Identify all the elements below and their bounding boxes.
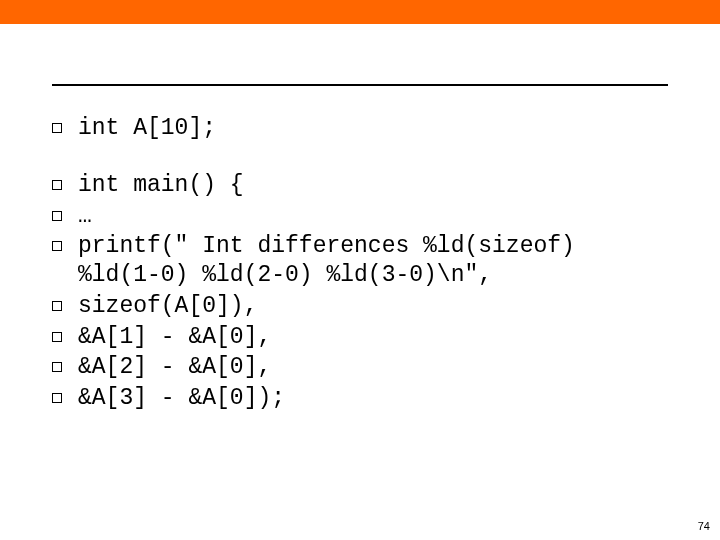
bullet-icon bbox=[52, 123, 62, 133]
list-item: &A[1] - &A[0], bbox=[52, 323, 668, 352]
code-line: printf(" Int differences %ld(sizeof) %ld… bbox=[78, 232, 668, 290]
list-item: int main() { bbox=[52, 171, 668, 200]
code-line: int A[10]; bbox=[78, 114, 216, 143]
divider-line bbox=[52, 84, 668, 86]
code-line: sizeof(A[0]), bbox=[78, 292, 257, 321]
slide-content: int A[10]; int main() { … printf(" Int d… bbox=[0, 24, 720, 413]
code-line: int main() { bbox=[78, 171, 244, 200]
code-line: &A[3] - &A[0]); bbox=[78, 384, 285, 413]
list-item: sizeof(A[0]), bbox=[52, 292, 668, 321]
header-orange-bar bbox=[0, 0, 720, 24]
list-item: int A[10]; bbox=[52, 114, 668, 143]
code-line: &A[2] - &A[0], bbox=[78, 353, 271, 382]
blank-line bbox=[52, 145, 668, 171]
code-line: … bbox=[78, 202, 92, 231]
list-item: &A[3] - &A[0]); bbox=[52, 384, 668, 413]
page-number: 74 bbox=[698, 520, 710, 532]
list-item: printf(" Int differences %ld(sizeof) %ld… bbox=[52, 232, 668, 290]
bullet-icon bbox=[52, 332, 62, 342]
bullet-icon bbox=[52, 180, 62, 190]
bullet-icon bbox=[52, 241, 62, 251]
bullet-icon bbox=[52, 362, 62, 372]
list-item: … bbox=[52, 202, 668, 231]
code-line: &A[1] - &A[0], bbox=[78, 323, 271, 352]
list-item: &A[2] - &A[0], bbox=[52, 353, 668, 382]
bullet-icon bbox=[52, 393, 62, 403]
bullet-icon bbox=[52, 301, 62, 311]
bullet-icon bbox=[52, 211, 62, 221]
